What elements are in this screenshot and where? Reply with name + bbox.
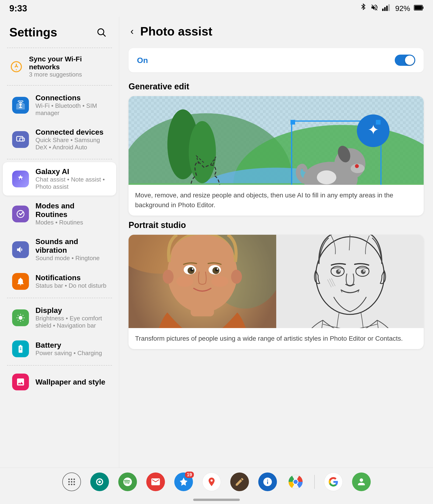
display-text: Display Brightness • Eye comfort shield …: [36, 306, 107, 329]
character-button[interactable]: [352, 472, 371, 491]
sidebar-item-connected-devices[interactable]: Connected devices Quick Share • Samsung …: [3, 123, 116, 156]
svg-point-72: [68, 478, 70, 480]
maps-button[interactable]: [202, 472, 221, 491]
generative-edit-image: ✦: [128, 96, 424, 185]
galaxy-ai-title: Galaxy AI: [36, 167, 107, 176]
battery-level: 92%: [395, 4, 410, 13]
svg-point-66: [361, 269, 365, 274]
divider-top: [7, 48, 112, 48]
connections-icon: [12, 97, 29, 114]
battery-settings-icon: [12, 341, 29, 357]
notifications-sub: Status bar • Do not disturb: [36, 282, 106, 289]
connected-devices-title: Connected devices: [36, 128, 107, 136]
sidebar-item-wallpaper[interactable]: Wallpaper and style: [3, 369, 116, 396]
svg-point-57: [162, 270, 174, 284]
google-button[interactable]: [324, 472, 343, 491]
gesture-pill: [193, 499, 240, 501]
bottom-nav: 19: [0, 468, 433, 495]
search-button[interactable]: [93, 24, 110, 41]
suggestion-icon: [9, 59, 23, 74]
spotify-button[interactable]: [118, 472, 137, 491]
svg-point-65: [336, 269, 341, 274]
notifications-title: Notifications: [36, 273, 106, 282]
sidebar-item-sounds[interactable]: Sounds and vibration Sound mode • Ringto…: [3, 232, 116, 267]
gmail-button[interactable]: [146, 472, 165, 491]
connections-title: Connections: [36, 94, 107, 102]
suggestion-item: Sync your Wi-Fi networks 3 more suggesti…: [0, 50, 119, 83]
svg-point-76: [71, 481, 72, 482]
connected-devices-sub: Quick Share • Samsung DeX • Android Auto: [36, 136, 107, 151]
sidebar-item-display[interactable]: Display Brightness • Eye comfort shield …: [3, 301, 116, 334]
svg-rect-3: [388, 4, 390, 11]
back-button[interactable]: ‹: [128, 24, 135, 39]
svg-point-59: [176, 276, 193, 287]
svg-point-86: [360, 478, 363, 482]
galaxy-ai-icon: [12, 171, 29, 187]
bluetooth-icon: [360, 3, 367, 14]
svg-point-17: [17, 210, 24, 217]
connections-sub: Wi-Fi • Bluetooth • SIM manager: [36, 102, 107, 117]
sounds-icon: [12, 241, 29, 258]
status-time: 9:33: [9, 3, 27, 14]
ipass-button[interactable]: [258, 472, 277, 491]
sounds-sub: Sound mode • Ringtone: [36, 255, 107, 262]
suggestion-subtitle: 3 more suggestions: [29, 71, 110, 78]
galaxy-ai-text: Galaxy AI Chat assist • Note assist • Ph…: [36, 167, 107, 190]
wallpaper-icon: [12, 374, 29, 390]
sidebar-item-connections[interactable]: Connections Wi-Fi • Bluetooth • SIM mana…: [3, 89, 116, 122]
svg-point-7: [98, 29, 104, 35]
apps-grid-button[interactable]: [62, 472, 81, 491]
sidebar-item-notifications[interactable]: Notifications Status bar • Do not distur…: [3, 268, 116, 295]
portrait-studio-title: Portrait studio: [128, 220, 424, 230]
svg-point-80: [73, 484, 75, 485]
galaxy-store-button[interactable]: 19: [174, 472, 193, 491]
left-panel: Settings Sync your Wi-Fi networks 3 more: [0, 17, 119, 468]
svg-point-58: [231, 270, 242, 284]
settings-title: Settings: [9, 25, 57, 39]
svg-point-11: [19, 103, 22, 106]
battery-settings-title: Battery: [36, 341, 102, 350]
svg-rect-25: [128, 183, 424, 185]
gesture-bar: [0, 495, 433, 504]
battery-settings-sub: Power saving • Charging: [36, 350, 102, 357]
generative-edit-title: Generative edit: [128, 82, 424, 91]
svg-point-16: [20, 178, 21, 180]
svg-point-77: [73, 481, 75, 482]
generative-edit-description: Move, remove, and resize people and obje…: [128, 185, 424, 216]
bixby-button[interactable]: [90, 472, 109, 491]
svg-point-60: [211, 276, 228, 287]
modes-routines-sub: Modes • Routines: [36, 219, 107, 226]
svg-rect-1: [384, 7, 386, 11]
notes-button[interactable]: [230, 472, 249, 491]
portrait-studio-description: Transform pictures of people using a wid…: [128, 328, 424, 349]
sidebar-item-modes-routines[interactable]: Modes and Routines Modes • Routines: [3, 197, 116, 231]
sounds-text: Sounds and vibration Sound mode • Ringto…: [36, 237, 107, 262]
svg-point-48: [171, 235, 233, 273]
signal-icon: [382, 3, 391, 14]
divider-3: [7, 298, 112, 298]
portrait-sketch-side: [276, 235, 424, 328]
panel-header: ‹ Photo assist: [128, 21, 424, 41]
mute-icon: [370, 3, 379, 14]
modes-routines-title: Modes and Routines: [36, 202, 107, 219]
svg-point-82: [99, 480, 101, 483]
chrome-button[interactable]: [286, 472, 305, 491]
sidebar-item-battery[interactable]: Battery Power saving • Charging: [3, 335, 116, 362]
svg-point-24: [189, 121, 216, 183]
svg-rect-6: [415, 6, 422, 10]
landscape-scene: ✦: [128, 96, 424, 185]
svg-line-8: [103, 34, 105, 36]
svg-rect-2: [386, 6, 388, 11]
toggle-switch[interactable]: [395, 54, 415, 66]
notifications-icon: [12, 273, 29, 290]
right-panel: ‹ Photo assist On Generative edit: [119, 17, 433, 468]
notifications-text: Notifications Status bar • Do not distur…: [36, 273, 106, 289]
display-icon: [12, 309, 29, 326]
main-area: Settings Sync your Wi-Fi networks 3 more: [0, 17, 433, 468]
sidebar-item-galaxy-ai[interactable]: Galaxy AI Chat assist • Note assist • Ph…: [3, 162, 116, 196]
svg-point-36: [317, 170, 336, 184]
svg-point-74: [73, 478, 75, 480]
galaxy-ai-sub: Chat assist • Note assist • Photo assist: [36, 176, 107, 190]
svg-point-55: [192, 268, 193, 270]
nav-divider: [314, 475, 315, 489]
